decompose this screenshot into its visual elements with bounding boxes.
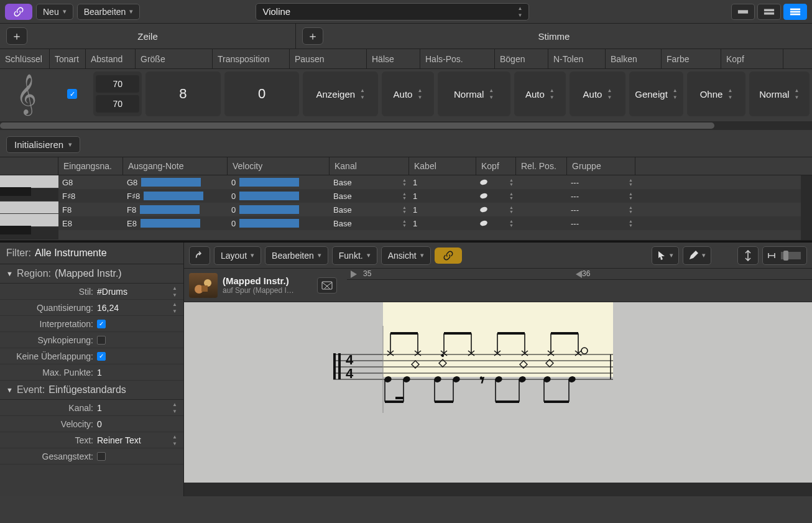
- haelse-cell[interactable]: Auto▲▼: [382, 72, 434, 116]
- halspos-cell[interactable]: Normal▲▼: [438, 72, 510, 116]
- table-row[interactable]: G8G80Base▲▼1▲▼---▲▼: [58, 175, 801, 189]
- cell-gruppe[interactable]: ---▲▼: [567, 205, 635, 215]
- initialize-menu[interactable]: Initialisieren▾: [6, 136, 80, 153]
- cell-kanal[interactable]: Base▲▼: [330, 219, 409, 228]
- piano-keys[interactable]: [0, 175, 58, 240]
- cell-kopf[interactable]: ▲▼: [476, 193, 516, 198]
- view-mode-1[interactable]: [731, 4, 755, 20]
- hdr-velocity[interactable]: Velocity: [228, 157, 330, 175]
- boegen-cell[interactable]: Auto▲▼: [514, 72, 566, 116]
- row-interp[interactable]: Interpretation:✓: [0, 316, 183, 332]
- cell-kopf[interactable]: ▲▼: [476, 207, 516, 212]
- row-synk[interactable]: Synkopierung:: [0, 332, 183, 348]
- pausen-cell[interactable]: Anzeigen▲▼: [303, 72, 378, 116]
- row-lyric[interactable]: Gesangstext:: [0, 448, 183, 465]
- row-quant[interactable]: Quantisierung:16,24▲▼: [0, 300, 183, 316]
- cell-gruppe[interactable]: ---▲▼: [567, 178, 635, 187]
- mapping-vscroll[interactable]: [801, 175, 812, 240]
- cell-kanal[interactable]: Base▲▼: [330, 178, 409, 187]
- row-velocity[interactable]: Velocity:0: [0, 416, 183, 432]
- table-row[interactable]: E8E80Base▲▼1▲▼---▲▼: [58, 216, 801, 230]
- cell-ausgang[interactable]: F♯8: [123, 192, 228, 201]
- balken-cell[interactable]: Geneigt▲▼: [629, 72, 684, 116]
- playhead-icon[interactable]: [351, 271, 357, 278]
- row-kanal[interactable]: Kanal:1▲▼: [0, 400, 183, 416]
- interp-checkbox[interactable]: ✓: [97, 320, 106, 328]
- cell-kabel[interactable]: 1: [409, 192, 476, 201]
- cell-kanal[interactable]: Base▲▼: [330, 205, 409, 215]
- hdr-kabel[interactable]: Kabel: [409, 157, 476, 175]
- hdr-kanal[interactable]: Kanal: [330, 157, 409, 175]
- table-row[interactable]: F8F80Base▲▼1▲▼---▲▼: [58, 203, 801, 216]
- locator-icon[interactable]: [576, 271, 582, 278]
- cell-velocity[interactable]: 0: [228, 219, 330, 228]
- cell-velocity[interactable]: 0: [228, 192, 330, 201]
- event-header[interactable]: ▼ Event: Einfügestandards: [0, 381, 183, 400]
- hdr-relpos[interactable]: Rel. Pos.: [516, 157, 567, 175]
- pointer-tool[interactable]: ▾: [652, 246, 679, 265]
- hzoom-slider[interactable]: [762, 246, 807, 265]
- farbe-cell[interactable]: Ohne▲▼: [687, 72, 745, 116]
- cell-gruppe[interactable]: ---▲▼: [567, 219, 635, 228]
- ansicht-menu[interactable]: Ansicht▾: [381, 246, 431, 265]
- cell-kabel[interactable]: 1: [409, 219, 476, 228]
- filter-bar[interactable]: Filter: Alle Instrumente: [0, 243, 183, 264]
- instrument-select[interactable]: Violine ▲▼: [256, 3, 529, 21]
- region-header[interactable]: ▼ Region: (Mapped Instr.): [0, 264, 183, 284]
- row-text[interactable]: Text:Reiner Text▲▼: [0, 432, 183, 448]
- hierarchy-up-button[interactable]: [189, 246, 210, 265]
- cell-ausgang[interactable]: F8: [123, 205, 228, 215]
- row-overlap[interactable]: Keine Überlappung:✓: [0, 348, 183, 364]
- table-row[interactable]: F♯8F♯80Base▲▼1▲▼---▲▼: [58, 189, 801, 203]
- ruler[interactable]: 35 36: [347, 269, 812, 280]
- cell-kopf[interactable]: ▲▼: [476, 221, 516, 226]
- bearbeiten-menu[interactable]: Bearbeiten▾: [77, 4, 141, 20]
- hdr-gruppe[interactable]: Gruppe: [567, 157, 635, 175]
- ntolen-cell[interactable]: Auto▲▼: [570, 72, 625, 116]
- cell-ausgang[interactable]: E8: [123, 219, 228, 228]
- lyric-checkbox[interactable]: [97, 452, 106, 461]
- view-mode-3[interactable]: [783, 4, 807, 20]
- notation-area[interactable]: 4 4: [184, 302, 812, 483]
- abstand-top[interactable]: 70: [96, 75, 139, 93]
- funkt-menu[interactable]: Funkt.▾: [332, 246, 377, 265]
- score-bearbeiten-menu[interactable]: Bearbeiten▾: [265, 246, 328, 265]
- row-maxp[interactable]: Max. Punkte:1: [0, 364, 183, 381]
- cell-kabel[interactable]: 1: [409, 205, 476, 215]
- envelope-button[interactable]: [317, 277, 337, 294]
- hdr-kopf[interactable]: Kopf: [476, 157, 516, 175]
- cell-ausgang[interactable]: G8: [123, 178, 228, 187]
- transposition-cell[interactable]: 0: [224, 72, 300, 116]
- hdr-eingang[interactable]: Eingangsna.: [58, 157, 123, 175]
- view-mode-2[interactable]: [757, 4, 781, 20]
- vzoom-button[interactable]: [737, 246, 759, 265]
- layout-menu[interactable]: Layout▾: [214, 246, 261, 265]
- synk-checkbox[interactable]: [97, 336, 106, 345]
- clef-cell[interactable]: 𝄞: [2, 76, 51, 111]
- abstand-bottom[interactable]: 70: [96, 95, 139, 113]
- neu-menu[interactable]: Neu▾: [36, 4, 73, 20]
- score-hscroll[interactable]: [184, 483, 812, 496]
- hscroll-top[interactable]: [0, 121, 812, 130]
- tonart-cell[interactable]: ✓: [55, 89, 90, 99]
- add-stimme-button[interactable]: ＋: [302, 27, 323, 45]
- svg-rect-0: [738, 10, 748, 13]
- cell-velocity[interactable]: 0: [228, 178, 330, 187]
- link-button[interactable]: [5, 4, 32, 20]
- overlap-checkbox[interactable]: ✓: [97, 352, 106, 361]
- row-stil[interactable]: Stil:#Drums▲▼: [0, 284, 183, 300]
- hdr-ausgang[interactable]: Ausgang-Note: [123, 157, 228, 175]
- cell-kanal[interactable]: Base▲▼: [330, 192, 409, 201]
- cell-kabel[interactable]: 1: [409, 178, 476, 187]
- kopf-cell[interactable]: Normal▲▼: [749, 72, 810, 116]
- abstand-cell[interactable]: 7070: [93, 72, 142, 116]
- tonart-checkbox[interactable]: ✓: [67, 89, 77, 99]
- groesse-cell[interactable]: 8: [145, 72, 221, 116]
- cell-velocity[interactable]: 0: [228, 205, 330, 215]
- cell-gruppe[interactable]: ---▲▼: [567, 192, 635, 201]
- cell-kopf[interactable]: ▲▼: [476, 180, 516, 185]
- pencil-tool[interactable]: ▾: [683, 246, 711, 265]
- add-zeile-button[interactable]: ＋: [6, 27, 27, 45]
- scrollbar-thumb[interactable]: [0, 123, 714, 129]
- score-link-button[interactable]: [435, 248, 462, 264]
